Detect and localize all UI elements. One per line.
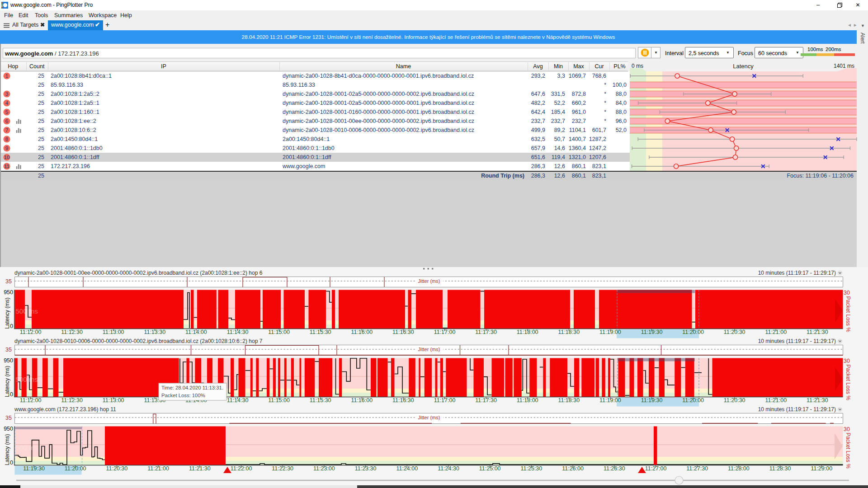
svg-text:10 minutes (11:19:17 - 11:29:1: 10 minutes (11:19:17 - 11:29:17) <box>758 270 836 276</box>
svg-text:11:19:30: 11:19:30 <box>641 329 663 335</box>
svg-text:11:16:30: 11:16:30 <box>392 329 414 335</box>
svg-text:11:25:30: 11:25:30 <box>521 465 542 472</box>
svg-text:35: 35 <box>5 278 12 285</box>
svg-text:11:15:30: 11:15:30 <box>310 397 331 404</box>
svg-text:11:20:30: 11:20:30 <box>724 329 745 335</box>
svg-text:Latency (ms): Latency (ms) <box>4 366 10 397</box>
svg-text:11:19:30: 11:19:30 <box>23 465 45 472</box>
svg-text:11:18:00: 11:18:00 <box>517 329 538 335</box>
svg-text:30: 30 <box>844 358 850 364</box>
svg-text:Latency (ms): Latency (ms) <box>4 434 10 465</box>
svg-text:11:15:00: 11:15:00 <box>268 397 290 404</box>
svg-text:0: 0 <box>10 323 13 329</box>
svg-text:11:12:30: 11:12:30 <box>61 397 83 404</box>
svg-text:Jitter (ms): Jitter (ms) <box>418 415 440 420</box>
svg-text:11:12:00: 11:12:00 <box>20 397 42 404</box>
svg-text:www.google.com (172.217.23.196: www.google.com (172.217.23.196) hop 11 <box>14 406 116 413</box>
svg-text:Packet Loss %: Packet Loss % <box>845 433 851 469</box>
svg-text:11:23:00: 11:23:00 <box>313 465 335 472</box>
svg-text:11:24:00: 11:24:00 <box>396 465 418 472</box>
svg-text:1401 ms: 1401 ms <box>834 63 854 69</box>
svg-text:11:17:30: 11:17:30 <box>475 397 497 404</box>
svg-text:11:16:30: 11:16:30 <box>392 397 414 404</box>
svg-text:950: 950 <box>4 426 13 432</box>
svg-text:30: 30 <box>844 290 850 296</box>
svg-text:11:21:30: 11:21:30 <box>807 329 828 335</box>
svg-text:10 minutes (11:19:17 - 11:29:1: 10 minutes (11:19:17 - 11:29:17) <box>758 338 836 344</box>
svg-text:35: 35 <box>5 347 12 353</box>
svg-text:500 ms: 500 ms <box>16 307 38 315</box>
svg-text:11:17:00: 11:17:00 <box>434 329 456 335</box>
svg-text:11:21:00: 11:21:00 <box>765 329 787 335</box>
svg-text:500 ms: 500 ms <box>16 375 38 383</box>
svg-text:11:22:00: 11:22:00 <box>231 465 252 472</box>
svg-text:11:19:00: 11:19:00 <box>599 397 621 404</box>
svg-text:11:25:00: 11:25:00 <box>479 465 501 472</box>
svg-text:0: 0 <box>10 391 13 398</box>
svg-text:11:13:00: 11:13:00 <box>103 329 124 335</box>
svg-text:11:26:30: 11:26:30 <box>604 465 625 472</box>
svg-text:Jitter (ms): Jitter (ms) <box>418 278 440 284</box>
svg-text:950: 950 <box>4 357 13 364</box>
svg-text:11:14:30: 11:14:30 <box>227 329 249 335</box>
svg-text:11:21:00: 11:21:00 <box>765 397 787 404</box>
svg-text:11:15:00: 11:15:00 <box>268 329 290 335</box>
svg-text:Packet Loss %: Packet Loss % <box>845 296 851 333</box>
svg-text:dynamic-2a00-1028-0001-00ee-00: dynamic-2a00-1028-0001-00ee-0000-0000-00… <box>14 270 263 276</box>
svg-text:Packet Loss: 100%: Packet Loss: 100% <box>161 393 205 398</box>
svg-text:dynamic-2a00-1028-0010-0006-00: dynamic-2a00-1028-0010-0006-0000-0000-00… <box>14 338 263 344</box>
svg-text:11:20:00: 11:20:00 <box>65 465 86 472</box>
svg-text:11:12:00: 11:12:00 <box>20 329 42 335</box>
svg-text:11:19:00: 11:19:00 <box>599 329 621 335</box>
svg-text:11:29:00: 11:29:00 <box>811 465 832 472</box>
svg-text:11:14:30: 11:14:30 <box>227 397 249 404</box>
svg-text:11:17:00: 11:17:00 <box>434 397 456 404</box>
svg-text:11:13:00: 11:13:00 <box>103 397 124 404</box>
svg-text:10 minutes (11:19:17 - 11:29:1: 10 minutes (11:19:17 - 11:29:17) <box>758 406 836 413</box>
svg-text:11:15:30: 11:15:30 <box>310 329 331 335</box>
svg-text:11:21:30: 11:21:30 <box>189 465 211 472</box>
svg-text:11:22:30: 11:22:30 <box>272 465 293 472</box>
svg-text:11:20:30: 11:20:30 <box>106 465 128 472</box>
svg-text:Packet Loss %: Packet Loss % <box>845 365 851 401</box>
svg-text:11:19:30: 11:19:30 <box>641 397 663 404</box>
svg-text:950: 950 <box>4 289 13 296</box>
svg-text:11:28:00: 11:28:00 <box>728 465 750 472</box>
svg-text:11:21:30: 11:21:30 <box>807 397 828 404</box>
svg-text:Time: 28.04.2020 11:13:31.: Time: 28.04.2020 11:13:31. <box>161 385 223 390</box>
svg-text:11:18:30: 11:18:30 <box>558 397 580 404</box>
svg-text:11:26:00: 11:26:00 <box>562 465 584 472</box>
svg-text:11:18:00: 11:18:00 <box>517 397 538 404</box>
svg-text:11:21:00: 11:21:00 <box>147 465 169 472</box>
svg-text:11:12:30: 11:12:30 <box>61 329 83 335</box>
svg-text:500 ms: 500 ms <box>16 444 38 451</box>
svg-text:11:18:30: 11:18:30 <box>558 329 580 335</box>
svg-text:11:14:00: 11:14:00 <box>185 329 207 335</box>
svg-text:11:24:30: 11:24:30 <box>438 465 459 472</box>
svg-text:Jitter (ms): Jitter (ms) <box>418 347 440 352</box>
svg-text:Latency (ms): Latency (ms) <box>4 298 10 329</box>
svg-text:11:28:30: 11:28:30 <box>769 465 791 472</box>
svg-text:11:27:00: 11:27:00 <box>645 465 667 472</box>
svg-text:Latency: Latency <box>733 63 754 70</box>
svg-text:11:16:00: 11:16:00 <box>351 397 373 404</box>
svg-text:11:17:30: 11:17:30 <box>475 329 497 335</box>
svg-text:11:20:30: 11:20:30 <box>724 397 745 404</box>
svg-text:11:27:30: 11:27:30 <box>686 465 708 472</box>
svg-text:0: 0 <box>10 460 13 466</box>
svg-text:0 ms: 0 ms <box>632 63 643 69</box>
svg-text:30: 30 <box>844 426 850 432</box>
svg-text:35: 35 <box>5 415 12 421</box>
svg-text:11:13:30: 11:13:30 <box>144 329 165 335</box>
svg-text:11:20:00: 11:20:00 <box>682 397 704 404</box>
svg-text:11:23:30: 11:23:30 <box>355 465 377 472</box>
svg-text:11:20:00: 11:20:00 <box>682 329 704 335</box>
svg-text:11:16:00: 11:16:00 <box>351 329 373 335</box>
